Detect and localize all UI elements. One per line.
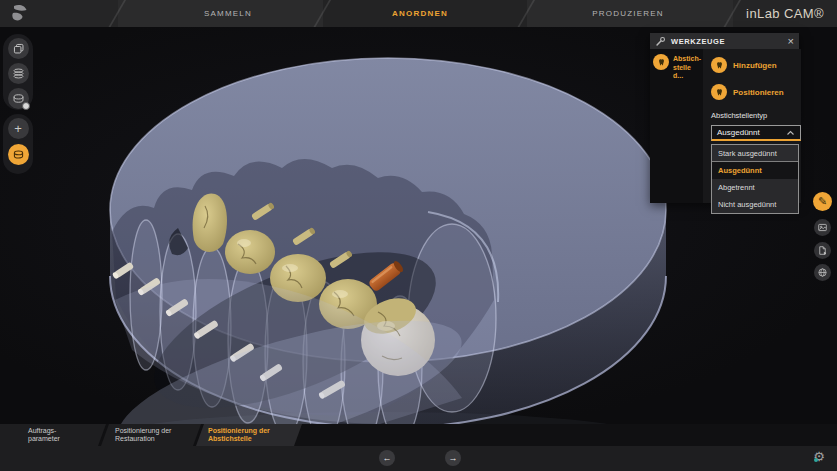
workflow-step-bar: Auftrags-parameter Positionierung derRes… xyxy=(0,424,837,446)
blank-disc-button[interactable] xyxy=(8,88,29,109)
app-title: inLab CAM® xyxy=(746,0,824,27)
globe-icon xyxy=(817,267,828,278)
tab-sammeln[interactable]: SAMMELN xyxy=(178,0,278,27)
back-button[interactable]: ← xyxy=(379,450,395,466)
step-positionierung-abstichstelle[interactable]: Positionierung derAbstichstelle xyxy=(208,427,270,443)
edit-tools-button[interactable]: ✎ xyxy=(813,192,832,211)
add-sprue-button[interactable]: Hinzufügen xyxy=(711,57,801,73)
blank-stack-button[interactable] xyxy=(8,63,29,84)
position-sprue-label: Positionieren xyxy=(733,88,784,97)
document-export-icon xyxy=(817,245,828,256)
top-navigation-bar: SAMMELN ANORDNEN PRODUZIEREN inLab CAM® xyxy=(0,0,837,27)
add-blank-button[interactable]: + xyxy=(8,118,29,139)
close-icon[interactable]: × xyxy=(788,36,794,47)
werkzeuge-panel: WERKZEUGE × Abstich- stelle d... xyxy=(650,33,799,203)
footer-bar: ← → ⚙ xyxy=(0,446,837,471)
tab-anordnen[interactable]: ANORDNEN xyxy=(370,0,470,27)
sprue-position-icon xyxy=(711,84,727,100)
option-ausgeduennt[interactable]: Ausgedünnt xyxy=(712,162,798,179)
chevron-up-icon xyxy=(786,130,795,136)
tab-label: Abstich- stelle d... xyxy=(673,54,701,81)
panel-header: WERKZEUGE × xyxy=(650,33,799,49)
panel-content: Hinzufügen Positionieren Abstichstellent… xyxy=(703,49,801,203)
connect-case-center-button[interactable] xyxy=(814,264,831,281)
forward-arrow-icon: → xyxy=(449,453,458,463)
forward-button[interactable]: → xyxy=(445,450,461,466)
settings-gear-icon[interactable]: ⚙ xyxy=(813,449,825,464)
sprue-type-value: Ausgedünnt xyxy=(717,128,786,137)
blank-count-badge xyxy=(22,102,30,110)
step-positionierung-restauration[interactable]: Positionierung derRestauration xyxy=(115,427,171,443)
option-stark-ausgeduennt[interactable]: Stark ausgedünnt xyxy=(712,145,798,162)
dentsply-sirona-logo xyxy=(9,3,30,24)
inlab-cam-window: SAMMELN ANORDNEN PRODUZIEREN inLab CAM® xyxy=(0,0,837,471)
blank-sheet-button[interactable] xyxy=(8,38,29,59)
active-blank-button[interactable] xyxy=(8,144,29,165)
sprue-add-icon xyxy=(711,57,727,73)
blank-toolbar-group xyxy=(3,34,33,110)
sprue-type-options: Stark ausgedünnt Ausgedünnt Abgetrennt N… xyxy=(711,144,799,214)
option-abgetrennt[interactable]: Abgetrennt xyxy=(712,179,798,196)
add-blank-group: + xyxy=(3,114,33,174)
position-sprue-button[interactable]: Positionieren xyxy=(711,84,801,100)
wrench-icon xyxy=(655,36,666,47)
image-icon xyxy=(817,222,828,233)
pencil-icon: ✎ xyxy=(818,195,827,208)
sprue-type-label: Abstichstellentyp xyxy=(711,111,801,120)
back-arrow-icon: ← xyxy=(383,453,392,463)
add-sprue-label: Hinzufügen xyxy=(733,61,777,70)
sprue-type-select[interactable]: Ausgedünnt xyxy=(711,125,801,141)
export-document-button[interactable] xyxy=(814,242,831,259)
plus-icon: + xyxy=(14,122,22,135)
panel-tab-list: Abstich- stelle d... xyxy=(650,49,703,203)
tab-produzieren[interactable]: PRODUZIEREN xyxy=(578,0,678,27)
screenshot-button[interactable] xyxy=(814,219,831,236)
tab-abstichstelle[interactable]: Abstich- stelle d... xyxy=(653,54,700,81)
sprue-tool-icon xyxy=(653,54,669,70)
panel-title: WERKZEUGE xyxy=(671,37,783,46)
step-auftragsparameter[interactable]: Auftrags-parameter xyxy=(28,427,60,443)
option-nicht-ausgeduennt[interactable]: Nicht ausgedünnt xyxy=(712,196,798,213)
